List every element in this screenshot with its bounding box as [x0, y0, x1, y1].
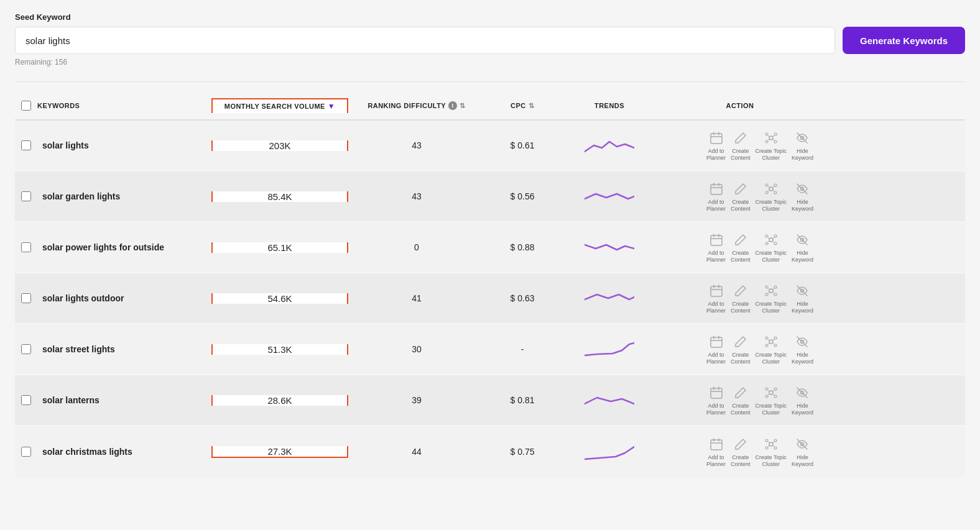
add-to-planner-action[interactable]: Add toPlanner	[706, 436, 726, 468]
add-to-planner-action[interactable]: Add toPlanner	[706, 384, 726, 416]
svg-point-35	[765, 235, 768, 237]
table-row: solar lanterns 28.6K 39 $ 0.81 Add toPla…	[15, 375, 965, 426]
create-topic-cluster-action[interactable]: Create TopicCluster	[756, 282, 787, 314]
generate-keywords-button[interactable]: Generate Keywords	[843, 27, 965, 54]
row-1-trend	[560, 185, 659, 208]
svg-point-19	[769, 187, 773, 191]
hide-keyword-action[interactable]: HideKeyword	[792, 180, 813, 212]
svg-rect-15	[711, 185, 722, 194]
create-content-action[interactable]: CreateContent	[731, 231, 751, 263]
svg-line-26	[767, 190, 769, 192]
row-6-trend	[560, 441, 659, 463]
row-3-actions: Add toPlanner CreateContent Create Topic…	[659, 282, 821, 314]
create-content-action[interactable]: CreateContent	[731, 282, 751, 314]
row-0-checkbox[interactable]	[21, 140, 31, 150]
divider	[15, 81, 965, 82]
row-4-keyword: solar street lights	[37, 344, 211, 354]
seed-row: Generate Keywords	[15, 27, 965, 54]
svg-point-4	[769, 136, 773, 140]
hide-keyword-action[interactable]: HideKeyword	[792, 129, 813, 162]
row-1-difficulty: 43	[348, 191, 485, 201]
svg-point-23	[774, 191, 777, 194]
svg-point-22	[765, 191, 768, 194]
hide-icon	[793, 129, 811, 147]
cluster-icon	[762, 129, 780, 147]
create-content-action[interactable]: CreateContent	[731, 129, 751, 162]
add-to-planner-action[interactable]: Add toPlanner	[706, 129, 726, 162]
svg-line-100	[773, 442, 775, 444]
add-to-planner-action[interactable]: Add toPlanner	[706, 282, 726, 314]
create-content-action[interactable]: CreateContent	[731, 436, 751, 468]
row-2-volume: 65.1K	[211, 242, 348, 253]
svg-rect-45	[711, 286, 722, 296]
svg-point-81	[774, 388, 777, 390]
row-1-checkbox[interactable]	[21, 191, 31, 201]
row-5-checkbox[interactable]	[21, 395, 31, 405]
row-2-difficulty: 0	[348, 242, 485, 252]
row-4-checkbox[interactable]	[21, 344, 31, 354]
create-topic-cluster-action[interactable]: Create TopicCluster	[756, 384, 787, 416]
row-6-checkbox[interactable]	[21, 447, 31, 457]
volume-sort-icon[interactable]: ▼	[328, 102, 335, 111]
hide-icon	[793, 282, 811, 299]
table-row: solar christmas lights 27.3K 44 $ 0.75 A…	[15, 426, 965, 477]
row-checkbox	[15, 242, 37, 252]
row-1-volume: 85.4K	[211, 191, 348, 202]
row-6-cpc: $ 0.75	[485, 447, 560, 457]
create-content-action[interactable]: CreateContent	[731, 180, 751, 212]
svg-line-70	[773, 339, 775, 341]
cluster-icon	[762, 436, 780, 453]
create-topic-cluster-action[interactable]: Create TopicCluster	[756, 231, 787, 263]
hide-keyword-action[interactable]: HideKeyword	[792, 384, 813, 416]
create-topic-cluster-action[interactable]: Create TopicCluster	[756, 180, 787, 212]
svg-point-5	[765, 133, 768, 135]
svg-point-49	[769, 289, 773, 293]
svg-point-66	[774, 337, 777, 339]
svg-point-53	[774, 293, 777, 296]
create-content-action[interactable]: CreateContent	[731, 333, 751, 365]
svg-point-64	[769, 340, 773, 344]
hide-icon	[793, 384, 811, 401]
row-3-volume: 54.6K	[211, 293, 348, 304]
row-checkbox	[15, 447, 37, 457]
row-3-keyword: solar lights outdoor	[37, 293, 211, 303]
hide-icon	[793, 333, 811, 350]
create-content-action[interactable]: CreateContent	[731, 384, 751, 416]
hide-keyword-action[interactable]: HideKeyword	[792, 231, 813, 263]
cluster-icon	[762, 282, 780, 299]
svg-point-97	[765, 447, 768, 449]
add-to-planner-action[interactable]: Add toPlanner	[706, 231, 726, 263]
seed-keyword-input[interactable]	[15, 27, 835, 54]
create-topic-cluster-action[interactable]: Create TopicCluster	[756, 333, 787, 365]
difficulty-info-icon[interactable]: i	[448, 101, 457, 110]
select-all-checkbox[interactable]	[21, 101, 31, 111]
svg-line-41	[767, 241, 769, 243]
remaining-text: Remaining: 156	[15, 58, 965, 66]
row-2-checkbox[interactable]	[21, 242, 31, 252]
th-trends: TRENDS	[560, 102, 659, 109]
svg-line-84	[767, 390, 769, 392]
hide-keyword-action[interactable]: HideKeyword	[792, 333, 813, 365]
row-3-trend	[560, 287, 659, 309]
hide-keyword-action[interactable]: HideKeyword	[792, 282, 813, 314]
th-difficulty: RANKING DIFFICULTY i ⇅	[348, 101, 485, 110]
table-header: KEYWORDS MONTHLY SEARCH VOLUME ▼ RANKING…	[15, 92, 965, 121]
svg-line-86	[767, 394, 769, 396]
row-4-volume: 51.3K	[211, 344, 348, 355]
add-to-planner-action[interactable]: Add toPlanner	[706, 333, 726, 365]
hide-keyword-action[interactable]: HideKeyword	[792, 436, 813, 468]
row-checkbox	[15, 293, 37, 303]
svg-line-40	[773, 237, 775, 239]
difficulty-sort-icon[interactable]: ⇅	[460, 102, 465, 110]
add-to-planner-action[interactable]: Add toPlanner	[706, 180, 726, 212]
row-4-cpc: -	[485, 344, 560, 354]
cpc-sort-icon[interactable]: ⇅	[529, 102, 534, 110]
keywords-table: KEYWORDS MONTHLY SEARCH VOLUME ▼ RANKING…	[15, 92, 965, 477]
row-0-difficulty: 43	[348, 140, 485, 150]
calendar-icon	[708, 282, 725, 299]
create-topic-cluster-action[interactable]: Create TopicCluster	[756, 436, 787, 468]
row-3-checkbox[interactable]	[21, 293, 31, 303]
table-row: solar power lights for outside 65.1K 0 $…	[15, 222, 965, 273]
create-topic-cluster-action[interactable]: Create TopicCluster	[756, 129, 787, 162]
edit-icon	[732, 333, 749, 350]
